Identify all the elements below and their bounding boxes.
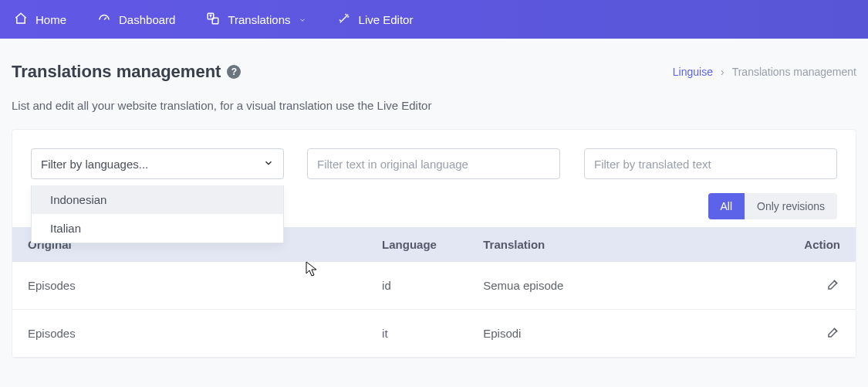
language-filter-select[interactable]: Filter by languages... [31, 148, 284, 179]
cell-translation: Semua episode [468, 262, 772, 310]
edit-icon[interactable] [826, 280, 840, 294]
nav-live-editor[interactable]: Live Editor [337, 12, 414, 28]
page-header: Translations management ? Linguise › Tra… [0, 39, 868, 82]
translated-text-filter[interactable] [584, 148, 837, 179]
cell-original: Episodes [12, 262, 366, 310]
nav-home[interactable]: Home [14, 12, 66, 28]
chevron-down-icon [263, 158, 274, 171]
translated-text-input[interactable] [594, 158, 827, 171]
help-icon[interactable]: ? [227, 65, 241, 79]
original-text-filter[interactable] [307, 148, 560, 179]
cell-language: id [366, 262, 468, 310]
original-text-input[interactable] [317, 158, 550, 171]
cell-translation: Episodi [468, 310, 772, 358]
chevron-down-icon [299, 13, 306, 26]
cell-original: Episodes [12, 310, 366, 358]
translate-icon [206, 12, 220, 28]
nav-dashboard[interactable]: Dashboard [97, 12, 175, 28]
table-row: Episodes it Episodi [12, 310, 856, 358]
page-title-wrap: Translations management ? [12, 62, 241, 82]
edit-icon[interactable] [826, 328, 840, 341]
cell-language: it [366, 310, 468, 358]
table-row: Episodes id Semua episode [12, 262, 856, 310]
col-translation: Translation [468, 227, 772, 262]
cell-action [772, 262, 856, 310]
breadcrumb-separator: › [721, 66, 724, 78]
nav-home-label: Home [35, 13, 66, 26]
nav-dashboard-label: Dashboard [119, 13, 175, 26]
translations-table: Original Language Translation Action Epi… [12, 227, 856, 358]
page-description: List and edit all your website translati… [0, 82, 868, 112]
col-action: Action [772, 227, 856, 262]
wand-icon [337, 12, 351, 28]
nav-translations[interactable]: Translations [206, 12, 306, 28]
filters-card: Filter by languages... Indonesian Italia… [12, 129, 856, 358]
language-filter-placeholder: Filter by languages... [41, 158, 148, 171]
nav-translations-label: Translations [228, 13, 290, 26]
breadcrumb-root[interactable]: Linguise [673, 66, 713, 78]
revision-toggle-group: All Only revisions [708, 193, 837, 219]
cell-action [772, 310, 856, 358]
language-option-indonesian[interactable]: Indonesian [32, 185, 283, 214]
home-icon [14, 12, 28, 28]
language-dropdown: Indonesian Italian [31, 185, 284, 243]
page-title: Translations management [12, 62, 221, 82]
col-language: Language [366, 227, 468, 262]
breadcrumb-current: Translations management [732, 66, 856, 78]
breadcrumb: Linguise › Translations management [673, 66, 856, 78]
toggle-all[interactable]: All [708, 193, 745, 219]
toggle-only-revisions[interactable]: Only revisions [745, 193, 837, 219]
gauge-icon [97, 12, 111, 28]
top-nav: Home Dashboard Translations Live Editor [0, 0, 868, 39]
language-option-italian[interactable]: Italian [32, 214, 283, 243]
nav-live-editor-label: Live Editor [359, 13, 414, 26]
filters-row: Filter by languages... [12, 148, 856, 179]
